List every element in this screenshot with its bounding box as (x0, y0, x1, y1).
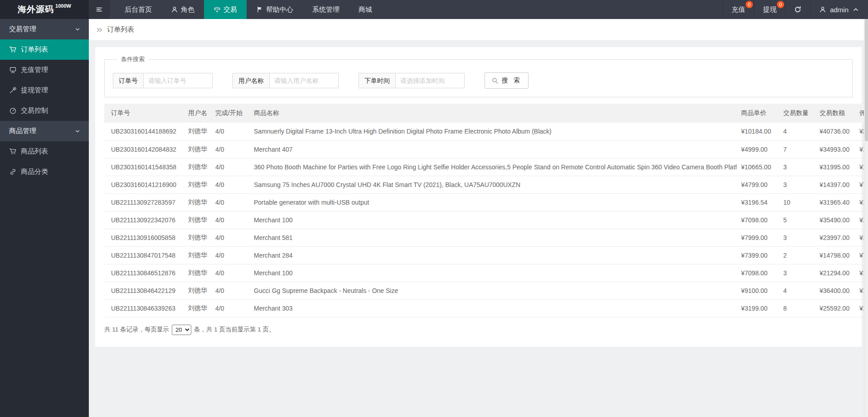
breadcrumb: 订单列表 (89, 19, 868, 41)
page-size-select[interactable]: 20 (172, 325, 191, 335)
table-cell: UB2303160144188692 (104, 123, 184, 140)
topnav-item-label: 角色 (181, 5, 194, 14)
table-cell: ¥21294.00 (815, 264, 855, 282)
table-cell: 刘德华 (184, 123, 211, 140)
table-row: UB2211130846422129刘德华4/0Gucci Gg Supreme… (104, 282, 868, 299)
table-cell: 3 (779, 176, 815, 193)
table-cell: 刘德华 (184, 140, 211, 158)
main-content: 订单列表 条件搜索 订单号用户名称下单时间 搜 索 订单号用户名完成/开始商品名… (89, 19, 868, 417)
sidebar-item-recharge-manage[interactable]: 充值管理 (0, 60, 89, 80)
table-cell: Merchant 284 (249, 246, 737, 264)
topnav-item-help[interactable]: 帮助中心 (247, 0, 303, 19)
table-cell: ¥3196.54 (737, 193, 779, 211)
search-group-user-name: 用户名称 (233, 73, 339, 88)
table-header-row: 订单号用户名完成/开始商品名称商品单价交易数量交易数额佣金 (104, 104, 868, 123)
table-cell: 7 (779, 140, 815, 158)
table-cell: Merchant 407 (249, 140, 737, 158)
table-cell: Merchant 100 (249, 264, 737, 282)
billboard-icon (9, 66, 17, 74)
table-cell: ¥7399.00 (737, 246, 779, 264)
table-cell: ¥14397.00 (815, 176, 855, 193)
table-cell: ¥31995.00 (815, 158, 855, 176)
sidebar-group-goods-manage[interactable]: 商品管理 (0, 121, 89, 141)
table-cell: 3 (779, 264, 815, 282)
search-button[interactable]: 搜 索 (485, 72, 529, 89)
column-header: 商品单价 (737, 104, 779, 123)
gavel-icon (9, 86, 17, 94)
user-menu[interactable]: admin (810, 0, 868, 19)
topnav-item-trade[interactable]: 交易 (204, 0, 247, 19)
column-header: 完成/开始 (211, 104, 249, 123)
table-cell: 4/0 (211, 264, 249, 282)
sidebar-item-trade-control[interactable]: 交易控制 (0, 101, 89, 121)
table-cell: ¥3199.00 (737, 299, 779, 317)
sidebar-item-label: 交易控制 (21, 106, 48, 115)
table-cell: 刘德华 (184, 264, 211, 282)
table-cell: ¥31965.40 (815, 193, 855, 211)
column-header: 交易数量 (779, 104, 815, 123)
column-header: 商品名称 (249, 104, 737, 123)
topnav-item-mall[interactable]: 商城 (349, 0, 382, 19)
column-header: 用户名 (184, 104, 211, 123)
table-cell: 4 (779, 123, 815, 140)
withdraw-label: 提现 (763, 5, 776, 14)
scrollbar-thumb[interactable] (865, 19, 868, 141)
table-cell: UB2303160141548358 (104, 158, 184, 176)
refresh-button[interactable] (785, 0, 810, 19)
table-cell: 10 (779, 193, 815, 211)
order-no-input[interactable] (144, 73, 213, 88)
table-cell: ¥7999.00 (737, 229, 779, 246)
table-row: UB2211130916005858刘德华4/0Merchant 581¥799… (104, 229, 868, 246)
sidebar-item-goods-category[interactable]: 商品分类 (0, 162, 89, 182)
table-cell: Samnuerly Digital Frame 13-Inch Ultra Hi… (249, 123, 737, 140)
order-time-input[interactable] (396, 73, 465, 88)
topnav-item-label: 商城 (359, 5, 372, 14)
table-cell: ¥4799.00 (737, 176, 779, 193)
sidebar-item-label: 商品列表 (21, 147, 48, 156)
user-name-input[interactable] (270, 73, 339, 88)
table-cell: Merchant 100 (249, 211, 737, 229)
topnav-recharge-button[interactable]: 充值 0 (723, 0, 754, 19)
table-cell: ¥25592.00 (815, 299, 855, 317)
table-row: UB2303160141216900刘德华4/0Samsung 75 Inche… (104, 176, 868, 193)
table-cell: 4/0 (211, 282, 249, 299)
search-form: 订单号用户名称下单时间 搜 索 (113, 72, 844, 89)
topnav-item-label: 帮助中心 (266, 5, 293, 14)
sidebar-item-goods-list[interactable]: 商品列表 (0, 141, 89, 162)
recharge-badge: 0 (746, 1, 753, 8)
search-fieldset: 条件搜索 订单号用户名称下单时间 搜 索 (104, 55, 853, 97)
table-cell: 4/0 (211, 140, 249, 158)
table-cell: 刘德华 (184, 282, 211, 299)
topnav-item-home[interactable]: 后台首页 (115, 0, 161, 19)
table-cell: ¥4999.00 (737, 140, 779, 158)
vertical-scrollbar[interactable] (864, 19, 868, 417)
table-cell: 4 (779, 282, 815, 299)
user-icon (819, 6, 826, 13)
table-cell: ¥10665.00 (737, 158, 779, 176)
search-group-order-time: 下单时间 (359, 73, 465, 88)
sidebar-item-label: 订单列表 (21, 45, 48, 54)
sidebar-item-order-list[interactable]: 订单列表 (0, 39, 89, 60)
sidebar-item-withdraw-manage[interactable]: 提现管理 (0, 80, 89, 101)
sidebar-group-trade-manage[interactable]: 交易管理 (0, 19, 89, 39)
topnav-item-label: 系统管理 (312, 5, 339, 14)
table-cell: 4/0 (211, 193, 249, 211)
cart-icon (9, 46, 17, 53)
topnav-item-system[interactable]: 系统管理 (303, 0, 349, 19)
topnav-item-role[interactable]: 角色 (161, 0, 204, 19)
table-cell: 4/0 (211, 158, 249, 176)
scale-icon (213, 6, 221, 13)
table-row: UB2211130847017548刘德华4/0Merchant 284¥739… (104, 246, 868, 264)
table-cell: Merchant 303 (249, 299, 737, 317)
table-row: UB2211130922342076刘德华4/0Merchant 100¥709… (104, 211, 868, 229)
table-cell: 刘德华 (184, 246, 211, 264)
brand-badge-text: 1000W (55, 3, 71, 9)
sidebar-item-label: 商品分类 (21, 168, 48, 176)
table-cell: 刘德华 (184, 176, 211, 193)
menu-toggle-button[interactable] (89, 0, 110, 19)
table-cell: 360 Photo Booth Machine for Parties with… (249, 158, 737, 176)
topnav-withdraw-button[interactable]: 提现 0 (754, 0, 785, 19)
breadcrumb-label: 订单列表 (107, 25, 134, 34)
table-cell: 4/0 (211, 299, 249, 317)
column-header: 交易数额 (815, 104, 855, 123)
